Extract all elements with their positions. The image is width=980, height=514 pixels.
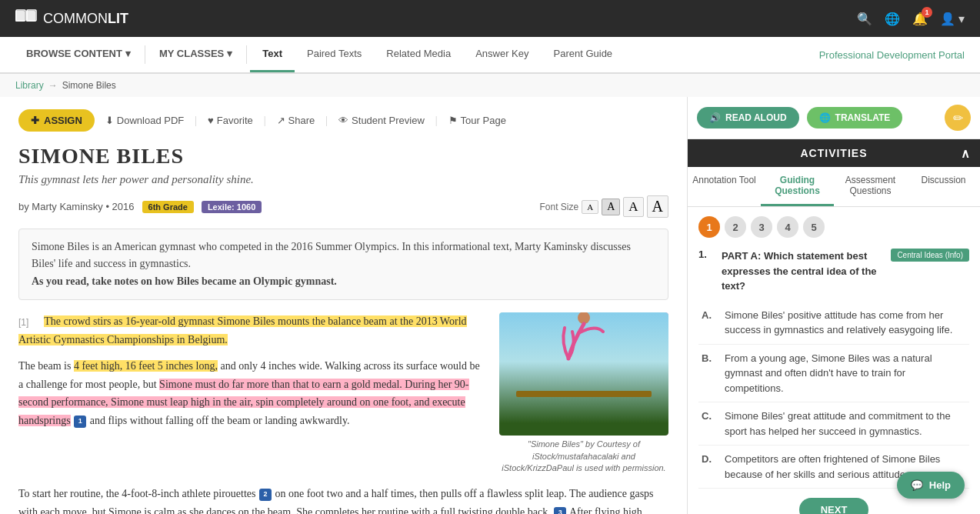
tab-guiding-questions[interactable]: Guiding Questions (761, 167, 834, 206)
download-icon: ⬇ (105, 115, 114, 126)
para1-continuation: The beam is 4 feet high, 16 feet 5 inche… (18, 357, 487, 430)
content-area: ✚ ASSIGN ⬇ Download PDF | ♥ Favorite | ↗… (0, 97, 688, 514)
activities-tabs: Annotation Tool Guiding Questions Assess… (688, 167, 980, 207)
breadcrumb-current-page: Simone Biles (62, 80, 116, 91)
help-button[interactable]: 💬 Help (897, 472, 965, 499)
tab-related-media[interactable]: Related Media (374, 37, 463, 72)
q-num-3[interactable]: 3 (751, 216, 772, 238)
logo-icon (15, 9, 37, 28)
help-icon: 💬 (911, 479, 923, 491)
tab-annotation-tool[interactable]: Annotation Tool (688, 167, 761, 206)
tab-parent-guide[interactable]: Parent Guide (542, 37, 625, 72)
svg-rect-0 (15, 11, 25, 22)
nav-divider (145, 45, 145, 64)
gymnast-figure (557, 312, 611, 393)
notification-count: 1 (922, 7, 932, 18)
browse-content-dropdown[interactable]: BROWSE CONTENT ▾ (15, 37, 142, 72)
top-nav-actions: 🔍 🌐 🔔 1 👤 ▾ (857, 12, 965, 26)
article-paragraph-1-block: [1] The crowd stirs as 16-year-old gymna… (18, 312, 668, 474)
gymnast-image (499, 312, 668, 436)
svg-rect-2 (26, 11, 35, 22)
image-caption: "Simone Biles" by Courtesy of iStock/mus… (499, 439, 668, 474)
article-paragraph-2: To start her routine, the 4-foot-8-inch … (18, 485, 668, 514)
tab-assessment-questions[interactable]: Assessment Questions (834, 167, 907, 206)
tour-page-link[interactable]: ⚑ Tour Page (448, 115, 506, 126)
grade-badge: 6th Grade (142, 201, 194, 213)
q-num-5[interactable]: 5 (803, 216, 825, 238)
student-preview-link[interactable]: 👁 Student Preview (338, 115, 425, 126)
top-navigation: COMMONLIT 🔍 🌐 🔔 1 👤 ▾ (0, 0, 980, 37)
question-tag: Central Ideas (Info) (891, 249, 969, 262)
highlight-height: 4 feet high, 16 feet 5 inches long, (74, 360, 218, 372)
logo: COMMONLIT (15, 9, 128, 28)
my-classes-dropdown[interactable]: MY CLASSES ▾ (148, 37, 243, 72)
breadcrumb-separator: → (48, 80, 58, 91)
logo-text: COMMONLIT (43, 11, 128, 27)
browse-chevron-icon: ▾ (125, 48, 131, 59)
answer-option-a[interactable]: A. Simone Biles' positive attitude has c… (698, 302, 969, 345)
activities-header: ACTIVITIES ∧ (688, 139, 980, 167)
q-num-4[interactable]: 4 (777, 216, 798, 238)
search-icon[interactable]: 🔍 (857, 12, 872, 26)
option-label-c: C. (702, 409, 717, 424)
font-size-xlarge[interactable]: A (647, 195, 668, 218)
pro-dev-link[interactable]: Professional Development Portal (819, 49, 965, 61)
tab-discussion[interactable]: Discussion (907, 167, 980, 206)
beam-background (499, 312, 668, 436)
intro-box: Simone Biles is an American gymnast who … (18, 229, 668, 300)
user-icon[interactable]: 👤 ▾ (940, 12, 965, 26)
tab-text[interactable]: Text (250, 37, 295, 72)
option-text-c: Simone Biles' great attitude and commitm… (725, 409, 966, 439)
globe-icon[interactable]: 🌐 (885, 12, 900, 26)
breadcrumb-library[interactable]: Library (15, 80, 44, 91)
font-size-controls: Font Size A A A A (539, 195, 668, 218)
option-label-a: A. (702, 308, 717, 323)
translate-button[interactable]: 🌐 TRANSLATE (807, 107, 903, 128)
article-body: [1] The crowd stirs as 16-year-old gymna… (18, 312, 668, 514)
note-marker-2[interactable]: 2 (259, 489, 272, 501)
favorite-link[interactable]: ♥ Favorite (208, 115, 253, 126)
translate-icon: 🌐 (819, 112, 831, 123)
pencil-icon: ✏ (953, 111, 963, 125)
font-size-label: Font Size (539, 202, 578, 212)
notifications-icon[interactable]: 🔔 1 (912, 12, 928, 26)
next-button[interactable]: NEXT (799, 498, 869, 514)
article-title: SIMONE BILES (18, 144, 668, 169)
flag-icon: ⚑ (448, 115, 458, 126)
intro-text: Simone Biles is an American gymnast who … (32, 241, 631, 269)
answer-option-b[interactable]: B. From a young age, Simone Biles was a … (698, 345, 969, 403)
article-image-block: "Simone Biles" by Courtesy of iStock/mus… (499, 312, 668, 474)
nav-divider-2 (246, 45, 247, 64)
q-num-2[interactable]: 2 (725, 216, 746, 238)
collapse-icon[interactable]: ∧ (961, 146, 971, 161)
eye-icon: 👁 (338, 115, 348, 126)
option-text-a: Simone Biles' positive attitude has come… (725, 308, 966, 338)
note-marker-3[interactable]: 3 (554, 507, 566, 514)
option-text-b: From a young age, Simone Biles was a nat… (725, 351, 966, 396)
download-pdf-link[interactable]: ⬇ Download PDF (105, 115, 184, 126)
read-aloud-button[interactable]: 🔊 READ ALOUD (697, 107, 799, 128)
option-label-b: B. (702, 351, 717, 366)
assign-button[interactable]: ✚ ASSIGN (18, 109, 95, 132)
question-area: 1 2 3 4 5 1. PART (688, 207, 980, 514)
edit-button[interactable]: ✏ (945, 105, 971, 131)
classes-chevron-icon: ▾ (227, 48, 232, 59)
share-link[interactable]: ↗ Share (277, 115, 315, 126)
assign-plus-icon: ✚ (31, 115, 39, 126)
tab-answer-key[interactable]: Answer Key (463, 37, 541, 72)
font-size-large[interactable]: A (623, 197, 643, 217)
heart-icon: ♥ (208, 115, 214, 126)
question-1-header: 1. PART A: Which statement best expresse… (698, 249, 969, 294)
answer-option-c[interactable]: C. Simone Biles' great attitude and comm… (698, 402, 969, 446)
share-icon: ↗ (277, 115, 285, 126)
q-num-1[interactable]: 1 (698, 216, 720, 238)
tab-paired-texts[interactable]: Paired Texts (295, 37, 374, 72)
note-marker-1[interactable]: 1 (74, 416, 86, 428)
breadcrumb: Library → Simone Biles (0, 74, 980, 97)
option-label-d: D. (702, 452, 717, 467)
content-toolbar: ✚ ASSIGN ⬇ Download PDF | ♥ Favorite | ↗… (18, 109, 668, 132)
para1-num: [1] (18, 312, 42, 330)
nav-left: BROWSE CONTENT ▾ MY CLASSES ▾ Text Paire… (15, 37, 625, 72)
font-size-medium[interactable]: A (602, 199, 620, 215)
font-size-small[interactable]: A (582, 200, 598, 214)
